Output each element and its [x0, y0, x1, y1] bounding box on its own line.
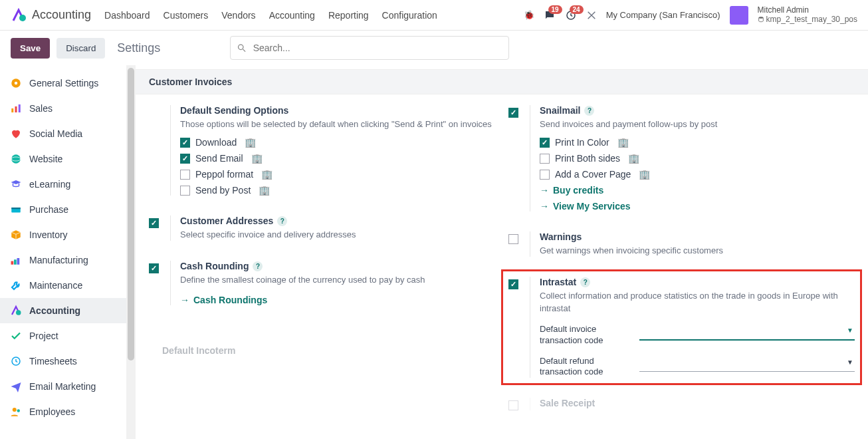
menu-vendors[interactable]: Vendors — [221, 10, 255, 21]
checkbox-sale-receipt[interactable] — [508, 400, 518, 410]
sidebar-item-inventory[interactable]: Inventory — [0, 222, 126, 247]
settings-search[interactable] — [230, 36, 509, 60]
tools-icon[interactable] — [586, 10, 597, 21]
sidebar-item-website[interactable]: Website — [0, 146, 126, 172]
checkbox-print-color[interactable] — [540, 138, 550, 148]
company-selector[interactable]: My Company (San Francisco) — [606, 10, 720, 20]
discard-button[interactable]: Discard — [56, 38, 105, 59]
enterprise-icon: 🏢 — [259, 185, 270, 196]
sidebar-item-label: Inventory — [29, 229, 68, 240]
sidebar-item-label: Project — [29, 331, 58, 341]
user-name: Mitchell Admin — [758, 6, 857, 15]
bars-icon — [9, 102, 23, 115]
label-refund-code: Default refund transaction code — [540, 356, 633, 378]
sidebar-scrollbar[interactable] — [126, 65, 136, 439]
section-customer-invoices: Customer Invoices — [136, 69, 868, 94]
sidebar-item-purchase[interactable]: Purchase — [0, 197, 126, 222]
svg-rect-15 — [14, 259, 17, 265]
warnings-desc: Get warnings when invoicing specific cus… — [540, 245, 855, 257]
main-menu: Dashboard Customers Vendors Accounting R… — [104, 10, 437, 21]
checkbox-print-both[interactable] — [540, 154, 550, 164]
menu-customers[interactable]: Customers — [163, 10, 209, 21]
sidebar-item-label: Email Marketing — [29, 381, 96, 392]
help-icon[interactable]: ? — [584, 106, 594, 116]
checkbox-cover-page[interactable] — [540, 170, 550, 180]
sidebar-item-project[interactable]: Project — [0, 323, 126, 349]
db-name: kmp_2_test_may_30_pos — [758, 15, 857, 25]
menu-accounting[interactable]: Accounting — [269, 10, 315, 21]
link-buy-credits[interactable]: →Buy credits — [540, 185, 855, 196]
checkbox-peppol[interactable] — [180, 170, 190, 180]
clock-icon — [9, 355, 23, 368]
checkbox-customer-addresses[interactable] — [149, 218, 159, 228]
addresses-desc: Select specific invoice and delivery add… — [180, 229, 495, 241]
sidebar-item-employees[interactable]: Employees — [0, 399, 126, 424]
user-avatar-icon[interactable] — [730, 6, 748, 25]
enterprise-icon: 🏢 — [251, 153, 263, 164]
sidebar-item-sales[interactable]: Sales — [0, 96, 126, 121]
sidebar-item-label: General Settings — [29, 78, 98, 88]
user-menu[interactable]: Mitchell Admin kmp_2_test_may_30_pos — [758, 6, 857, 25]
caret-down-icon: ▼ — [847, 359, 853, 366]
arrow-icon: → — [180, 295, 189, 305]
checkbox-snailmail[interactable] — [508, 108, 518, 118]
messages-badge: 19 — [548, 5, 562, 14]
box-intrastat: Intrastat? Collect information and produ… — [506, 274, 857, 380]
box-sending-options: Default Sending Options Those options wi… — [149, 105, 495, 196]
help-icon[interactable]: ? — [253, 261, 263, 271]
sidebar-item-maintenance[interactable]: Maintenance — [0, 273, 126, 298]
messages-icon[interactable]: 19 — [544, 9, 556, 21]
label-download: Download — [195, 137, 237, 148]
app-title[interactable]: Accounting — [32, 8, 91, 22]
sale-receipt-title: Sale Receipt — [540, 398, 855, 408]
menu-configuration[interactable]: Configuration — [382, 10, 437, 21]
sidebar-item-email[interactable]: Email Marketing — [0, 374, 126, 399]
enterprise-icon: 🏢 — [639, 169, 650, 180]
sidebar-item-social[interactable]: Social Media — [0, 121, 126, 146]
gear-icon — [9, 76, 23, 90]
sidebar-item-elearning[interactable]: eLearning — [0, 172, 126, 197]
combo-refund-code[interactable]: ▼ — [639, 356, 855, 372]
checkbox-download[interactable] — [180, 138, 190, 148]
svg-point-17 — [16, 310, 21, 315]
input-invoice-code[interactable] — [639, 324, 855, 341]
combo-invoice-code[interactable]: ▼ — [639, 324, 855, 341]
svg-point-6 — [15, 82, 18, 85]
checkbox-warnings[interactable] — [508, 234, 518, 244]
checkbox-cash-rounding[interactable] — [149, 263, 159, 273]
sending-title: Default Sending Options — [180, 105, 495, 116]
menu-dashboard[interactable]: Dashboard — [104, 10, 150, 21]
svg-rect-7 — [11, 108, 13, 112]
sidebar-item-accounting[interactable]: Accounting — [0, 298, 126, 323]
sidebar-item-timesheets[interactable]: Timesheets — [0, 349, 126, 374]
link-view-services[interactable]: →View My Services — [540, 201, 855, 212]
label-print-color: Print In Color — [555, 137, 609, 148]
input-refund-code[interactable] — [639, 356, 855, 372]
sidebar-item-manufacturing[interactable]: Manufacturing — [0, 247, 126, 273]
page-title: Settings — [117, 41, 160, 55]
app-logo-icon[interactable] — [11, 7, 27, 23]
menu-reporting[interactable]: Reporting — [328, 10, 369, 21]
search-input[interactable] — [230, 36, 509, 60]
accounting-icon — [9, 304, 23, 317]
debug-icon[interactable]: 🐞 — [524, 10, 534, 20]
svg-rect-9 — [19, 104, 21, 112]
checkbox-send-email[interactable] — [180, 154, 190, 164]
checkbox-send-post[interactable] — [180, 186, 190, 196]
box-icon — [9, 228, 23, 241]
sidebar-item-general[interactable]: General Settings — [0, 71, 126, 96]
save-button[interactable]: Save — [11, 38, 50, 59]
warnings-title: Warnings — [540, 231, 855, 242]
svg-point-10 — [11, 154, 21, 164]
intrastat-title: Intrastat — [540, 277, 576, 287]
link-cash-roundings[interactable]: →Cash Roundings — [180, 295, 495, 305]
activities-badge: 24 — [570, 5, 584, 14]
help-icon[interactable]: ? — [277, 216, 287, 226]
snail-desc: Send invoices and payment follow-ups by … — [540, 118, 855, 130]
help-icon[interactable]: ? — [580, 277, 590, 287]
enterprise-icon: 🏢 — [617, 137, 629, 148]
sidebar-item-label: Employees — [29, 406, 75, 417]
checkbox-intrastat[interactable] — [508, 279, 518, 289]
activities-icon[interactable]: 24 — [565, 9, 577, 21]
svg-point-3 — [238, 45, 243, 50]
